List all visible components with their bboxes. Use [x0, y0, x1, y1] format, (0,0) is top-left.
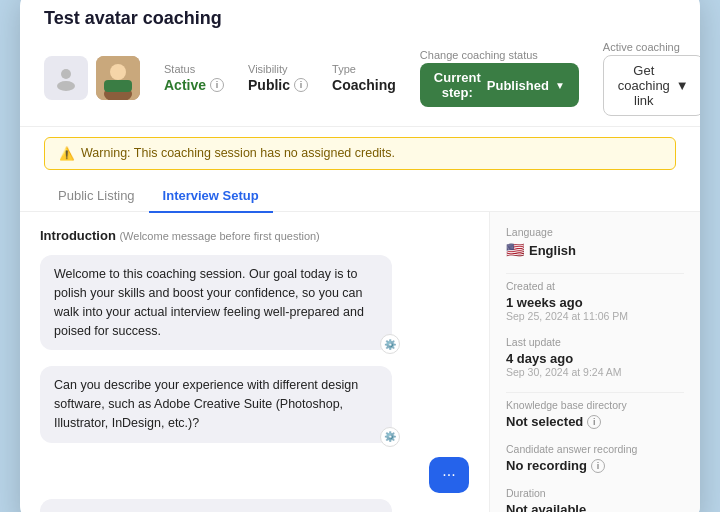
chevron-down-icon: ▼: [676, 78, 689, 93]
kb-label: Knowledge base directory: [506, 399, 684, 411]
get-coaching-link-button[interactable]: Get coaching link ▼: [603, 55, 700, 116]
right-panel: Language 🇺🇸 English Created at 1 weeks a…: [490, 212, 700, 512]
visibility-group: Visibility Public i: [248, 63, 308, 93]
status-info-icon[interactable]: i: [210, 78, 224, 92]
main-card: Test avatar coaching: [20, 0, 700, 512]
svg-point-3: [110, 64, 126, 80]
warning-text: Warning: This coaching session has no as…: [81, 146, 395, 160]
bubble-row-1: Welcome to this coaching session. Our go…: [40, 255, 469, 360]
avatar-image: [96, 56, 140, 100]
status-group: Status Active i: [164, 63, 224, 93]
svg-point-1: [57, 81, 75, 91]
coaching-status-button[interactable]: Current step: Published ▼: [420, 63, 579, 107]
coaching-status-group: Change coaching status Current step: Pub…: [420, 49, 579, 107]
visibility-label: Visibility: [248, 63, 308, 75]
svg-rect-5: [104, 80, 132, 92]
created-value: 1 weeks ago: [506, 295, 684, 310]
status-value: Active i: [164, 77, 224, 93]
language-value: 🇺🇸 English: [506, 241, 684, 259]
active-coaching-group: Active coaching Get coaching link ▼: [603, 41, 700, 116]
visibility-info-icon[interactable]: i: [294, 78, 308, 92]
flag-icon: 🇺🇸: [506, 241, 525, 259]
bubble-reply-1: ···: [429, 457, 469, 493]
bubble-settings-icon-1[interactable]: ⚙️: [380, 334, 400, 354]
status-label: Status: [164, 63, 224, 75]
section-title: Introduction (Welcome message before fir…: [40, 228, 469, 243]
tab-bar: Public Listing Interview Setup: [20, 180, 700, 213]
page-title: Test avatar coaching: [44, 8, 676, 29]
candidate-row: Candidate answer recording No recording …: [506, 443, 684, 473]
type-value: Coaching: [332, 77, 396, 93]
bubble-row-2: Can you describe your experience with di…: [40, 366, 469, 492]
kb-value: Not selected i: [506, 414, 684, 429]
active-coaching-label: Active coaching: [603, 41, 700, 53]
warning-icon: ⚠️: [59, 146, 75, 161]
avatar-placeholder: [44, 56, 88, 100]
bubble-past-work: Can you provide examples of your past wo…: [40, 499, 392, 513]
language-row: Language 🇺🇸 English: [506, 226, 684, 259]
bubble-row-3: Can you provide examples of your past wo…: [40, 499, 469, 513]
bubble-design-software: Can you describe your experience with di…: [40, 366, 392, 442]
kb-info-icon[interactable]: i: [587, 415, 601, 429]
last-update-value: 4 days ago: [506, 351, 684, 366]
header: Test avatar coaching: [20, 0, 700, 127]
visibility-value: Public i: [248, 77, 308, 93]
created-row: Created at 1 weeks ago Sep 25, 2024 at 1…: [506, 280, 684, 322]
warning-bar: ⚠️ Warning: This coaching session has no…: [44, 137, 676, 170]
type-label: Type: [332, 63, 396, 75]
duration-row: Duration Not available: [506, 487, 684, 512]
last-update-sub: Sep 30, 2024 at 9:24 AM: [506, 366, 684, 378]
chevron-down-icon: ▼: [555, 80, 565, 91]
kb-row: Knowledge base directory Not selected i: [506, 399, 684, 429]
duration-value: Not available: [506, 502, 684, 512]
last-update-label: Last update: [506, 336, 684, 348]
svg-point-0: [61, 69, 71, 79]
candidate-info-icon[interactable]: i: [591, 459, 605, 473]
main-content: Introduction (Welcome message before fir…: [20, 212, 700, 512]
last-update-row: Last update 4 days ago Sep 30, 2024 at 9…: [506, 336, 684, 378]
language-label: Language: [506, 226, 684, 238]
duration-label: Duration: [506, 487, 684, 499]
left-panel: Introduction (Welcome message before fir…: [20, 212, 490, 512]
created-sub: Sep 25, 2024 at 11:06 PM: [506, 310, 684, 322]
candidate-label: Candidate answer recording: [506, 443, 684, 455]
type-group: Type Coaching: [332, 63, 396, 93]
tab-public-listing[interactable]: Public Listing: [44, 180, 149, 213]
created-label: Created at: [506, 280, 684, 292]
change-status-label: Change coaching status: [420, 49, 579, 61]
candidate-value: No recording i: [506, 458, 684, 473]
section-subtitle: (Welcome message before first question): [119, 230, 319, 242]
bubble-welcome: Welcome to this coaching session. Our go…: [40, 255, 392, 350]
bubble-settings-icon-2[interactable]: ⚙️: [380, 427, 400, 447]
avatar-area: [44, 56, 140, 100]
header-meta: Status Active i Visibility Public i Type…: [44, 41, 676, 116]
tab-interview-setup[interactable]: Interview Setup: [149, 180, 273, 213]
